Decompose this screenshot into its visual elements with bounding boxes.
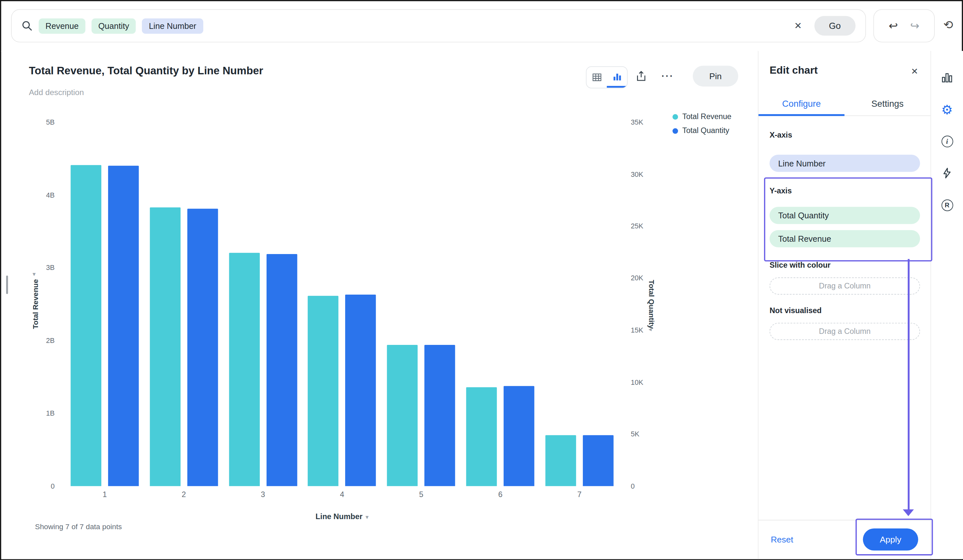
search-token-quantity[interactable]: Quantity (92, 18, 136, 33)
not-visualised-section-label: Not visualised (770, 306, 822, 315)
tab-configure[interactable]: Configure (759, 92, 845, 115)
tick-label: 1B (46, 409, 55, 417)
bar-total-quantity[interactable] (345, 295, 376, 486)
undo-redo-group: ↩ ↪ (874, 9, 935, 42)
table-view-button[interactable] (586, 67, 606, 87)
go-button[interactable]: Go (814, 16, 856, 36)
tick-label: 5B (46, 118, 55, 126)
x-tick-label: 1 (71, 490, 139, 498)
r-badge-icon[interactable]: R (940, 198, 954, 212)
legend-item-total-quantity[interactable]: Total Quantity (673, 126, 731, 135)
add-description-link[interactable]: Add description (29, 87, 84, 97)
info-icon[interactable]: i (940, 134, 954, 148)
bar-group (387, 122, 455, 486)
app-window: Revenue Quantity Line Number ✕ Go ↩ ↪ ⟲ … (0, 0, 963, 560)
bar-group (545, 122, 614, 486)
tick-label: 15K (631, 326, 644, 334)
chart-panel-icon[interactable] (940, 71, 954, 84)
bar-total-quantity[interactable] (504, 386, 534, 486)
x-axis-title[interactable]: Line Number▾ (63, 512, 621, 521)
bar-group (308, 122, 376, 486)
y-axis-chip-total-revenue[interactable]: Total Revenue (770, 230, 920, 247)
reset-button[interactable]: Reset (771, 535, 793, 544)
x-tick-label: 6 (466, 490, 534, 498)
redo-icon[interactable]: ↪ (910, 19, 919, 33)
x-axis-chip-line-number[interactable]: Line Number (770, 155, 920, 172)
bar-group (466, 122, 534, 486)
bar-total-quantity[interactable] (425, 345, 456, 486)
bar-total-revenue[interactable] (545, 435, 576, 486)
more-options-button[interactable]: ⋯ (661, 68, 674, 83)
slice-drop-zone[interactable]: Drag a Column (770, 277, 920, 295)
y-axis-chip-total-quantity[interactable]: Total Quantity (770, 207, 920, 224)
apply-button[interactable]: Apply (863, 529, 918, 550)
bar-total-revenue[interactable] (308, 296, 339, 486)
resize-handle[interactable] (6, 275, 8, 294)
chart-legend: Total Revenue Total Quantity (673, 112, 731, 135)
bar-total-quantity[interactable] (583, 435, 614, 486)
lightning-icon[interactable] (940, 167, 954, 180)
tick-label: 20K (631, 275, 644, 282)
chart-canvas: Total Revenue, Total Quantity by Line Nu… (1, 51, 758, 559)
search-icon (21, 20, 32, 31)
legend-label: Total Quantity (683, 126, 730, 135)
y-axis-right-ticks: 35K30K25K20K15K10K5K0 (621, 122, 651, 486)
clear-search-icon[interactable]: ✕ (794, 20, 802, 31)
bolt-glyph (942, 167, 953, 178)
y-axis-section-label: Y-axis (770, 186, 791, 195)
x-tick-label: 3 (229, 490, 297, 498)
tick-label: 5K (631, 431, 640, 438)
search-token-revenue[interactable]: Revenue (39, 18, 85, 33)
bar-group (71, 122, 139, 486)
legend-item-total-revenue[interactable]: Total Revenue (673, 112, 731, 121)
refresh-icon[interactable]: ⟲ (943, 18, 953, 32)
tab-settings[interactable]: Settings (845, 92, 931, 115)
share-icon (635, 70, 647, 83)
legend-dot-quantity (673, 128, 678, 133)
settings-gear-icon[interactable]: ⚙ (940, 102, 954, 116)
bar-total-quantity[interactable] (266, 254, 297, 486)
bar-total-revenue[interactable] (71, 165, 102, 486)
pin-button[interactable]: Pin (693, 66, 738, 86)
search-token-line-number[interactable]: Line Number (142, 18, 203, 33)
bar-chart-rail-icon (941, 71, 953, 83)
x-axis-caret-icon: ▾ (366, 514, 369, 520)
tick-label: 30K (631, 170, 644, 178)
chart-title: Total Revenue, Total Quantity by Line Nu… (29, 65, 263, 78)
bar-total-revenue[interactable] (150, 207, 180, 486)
tick-label: 0 (51, 482, 55, 490)
legend-label: Total Revenue (683, 112, 731, 121)
x-tick-label: 4 (308, 490, 376, 498)
panel-title: Edit chart (770, 65, 817, 77)
x-axis-section-label: X-axis (770, 131, 792, 139)
undo-icon[interactable]: ↩ (888, 19, 898, 33)
not-visualised-drop-zone[interactable]: Drag a Column (770, 323, 920, 340)
bar-chart-icon (612, 71, 622, 81)
chart-view-button[interactable] (607, 67, 627, 87)
search-bar[interactable]: Revenue Quantity Line Number ✕ Go (11, 9, 866, 42)
right-icon-rail: ⚙ i R (931, 51, 963, 559)
bar-total-quantity[interactable] (187, 208, 218, 486)
top-bar: Revenue Quantity Line Number ✕ Go ↩ ↪ ⟲ (1, 1, 962, 52)
tick-label: 10K (631, 378, 644, 386)
bar-total-revenue[interactable] (387, 345, 418, 486)
tick-label: 4B (46, 191, 55, 199)
r-glyph: R (941, 199, 953, 211)
view-toggle (586, 66, 628, 88)
bar-total-quantity[interactable] (108, 166, 139, 486)
close-icon[interactable]: ✕ (911, 66, 918, 76)
tick-label: 25K (631, 223, 644, 230)
table-icon (592, 72, 601, 82)
bar-total-revenue[interactable] (229, 253, 260, 486)
edit-chart-panel: Edit chart ✕ Configure Settings X-axis L… (758, 51, 931, 559)
bar-total-revenue[interactable] (466, 387, 497, 486)
x-axis-title-label: Line Number (316, 512, 363, 521)
annotation-arrow-line (908, 259, 909, 509)
share-button[interactable] (635, 70, 647, 85)
tick-label: 2B (46, 337, 55, 344)
panel-footer: Reset Apply (759, 520, 931, 559)
slice-section-label: Slice with colour (770, 261, 830, 269)
annotation-arrow-head (903, 509, 914, 516)
legend-dot-revenue (673, 114, 678, 120)
panel-tabs: Configure Settings (759, 92, 931, 116)
